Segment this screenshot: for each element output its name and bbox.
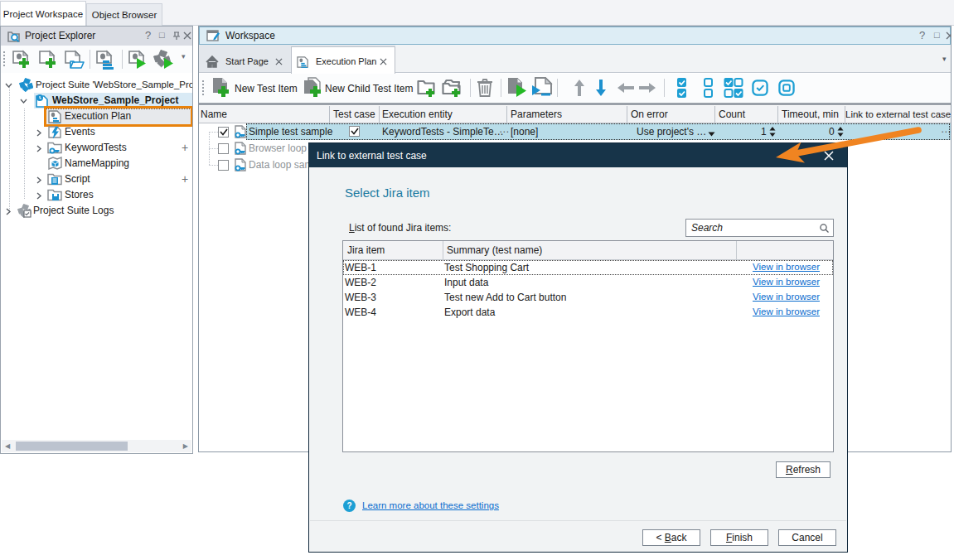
svg-text:?: ? [346, 501, 351, 510]
